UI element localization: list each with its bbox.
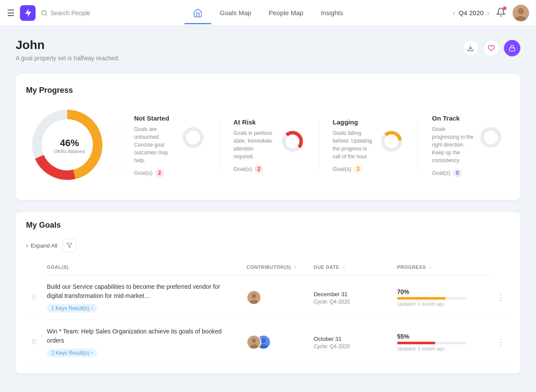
more-button-2[interactable]: ⋮ bbox=[497, 337, 505, 347]
key-results-button-1[interactable]: 1 Keys Result(s) › bbox=[47, 304, 97, 313]
stat-at-risk-header: At Risk bbox=[233, 118, 305, 126]
more-actions-cell-1: ⋮ bbox=[492, 275, 510, 320]
key-results-arrow-1: › bbox=[91, 305, 93, 311]
not-started-title: Not Started bbox=[134, 114, 169, 122]
contributors-cell-2 bbox=[241, 320, 309, 365]
progress-cards: 46% OKRs Attained Not Started Goals are … bbox=[26, 104, 510, 188]
sort-progress-icon[interactable]: ↑ bbox=[429, 265, 432, 270]
progress-bar-1 bbox=[397, 297, 467, 300]
insights-link[interactable]: Insights bbox=[312, 7, 352, 18]
goal-title-2: Win * Team: Help Sales Organization achi… bbox=[47, 327, 236, 345]
progress-updated-1: Updated: 1 month ago bbox=[397, 301, 487, 307]
next-quarter-arrow[interactable]: › bbox=[487, 10, 489, 16]
home-button[interactable] bbox=[184, 7, 211, 20]
donut-label: 46% OKRs Attained bbox=[54, 137, 85, 154]
expand-chevron-icon: › bbox=[26, 242, 28, 249]
goals-map-link[interactable]: Goals Map bbox=[211, 7, 260, 18]
filter-button[interactable] bbox=[62, 238, 76, 252]
contributor-avatar-2a[interactable] bbox=[247, 335, 261, 350]
goals-table: GOAL(S) CONTRIBUTOR(S) ↑ DUE DATE ↑ PROG… bbox=[26, 261, 510, 365]
table-row: ⠿ Win * Team: Help Sales Organization ac… bbox=[26, 320, 510, 365]
key-results-button-2[interactable]: 2 Keys Result(s) › bbox=[47, 349, 97, 357]
drag-icon: ⠿ bbox=[31, 294, 36, 301]
not-started-desc: Goals are untouched. Concise goal outcom… bbox=[134, 125, 176, 164]
on-track-title: On Track bbox=[432, 114, 460, 122]
table-row: ⠿ Build our Service capabilities to beco… bbox=[26, 275, 510, 320]
more-button-1[interactable]: ⋮ bbox=[497, 293, 505, 302]
lock-button[interactable] bbox=[504, 40, 520, 56]
expand-all-label: Expand All bbox=[31, 242, 57, 249]
header-actions bbox=[462, 40, 520, 56]
page-title: John bbox=[16, 38, 120, 52]
sort-contributors-icon[interactable]: ↑ bbox=[294, 265, 297, 270]
stat-on-track: On Track Goals progressing in the right … bbox=[425, 114, 510, 177]
notification-bell[interactable] bbox=[496, 7, 506, 19]
on-track-goals: Goal(s) 0 bbox=[432, 169, 474, 177]
page-info: John A goal properly set is halfway reac… bbox=[16, 38, 120, 62]
lagging-title: Lagging bbox=[333, 118, 358, 126]
donut-chart: 46% OKRs Attained bbox=[26, 104, 113, 188]
at-risk-desc: Goals in perilous state. Immediate atten… bbox=[233, 129, 275, 160]
expand-all-button[interactable]: › Expand All bbox=[26, 242, 57, 249]
lagging-badge: 3 bbox=[354, 165, 362, 173]
contributor-avatar-1[interactable] bbox=[247, 290, 261, 305]
due-cycle-1: Cycle: Q4-2020 bbox=[314, 299, 387, 305]
stat-not-started-header: Not Started bbox=[134, 114, 205, 122]
search-placeholder: Search People bbox=[50, 10, 90, 16]
at-risk-goals: Goal(s) 2 bbox=[233, 165, 275, 173]
more-actions-cell-2: ⋮ bbox=[492, 320, 510, 365]
drag-handle-1[interactable]: ⠿ bbox=[26, 275, 42, 320]
search-bar[interactable]: Search People bbox=[41, 10, 90, 16]
on-track-desc: Goals progressing in the right direction… bbox=[432, 125, 474, 164]
sort-due-date-icon[interactable]: ↑ bbox=[343, 265, 345, 270]
goals-header: › Expand All bbox=[26, 238, 510, 252]
progress-cell-2: 55% Updated: 1 month ago bbox=[392, 320, 492, 365]
menu-icon[interactable]: ☰ bbox=[7, 8, 15, 18]
app-logo[interactable] bbox=[20, 5, 36, 21]
people-map-link[interactable]: People Map bbox=[260, 7, 312, 18]
lagging-desc: Goals falling behind. Updating the progr… bbox=[333, 129, 375, 160]
svg-point-16 bbox=[482, 129, 500, 146]
due-date-1: December 31 bbox=[314, 290, 387, 299]
progress-section: My Progress 46% OKRs Attained bbox=[16, 74, 520, 200]
user-avatar[interactable] bbox=[513, 5, 529, 21]
progress-pct-2: 55% bbox=[397, 333, 487, 340]
stat-not-started: Not Started Goals are untouched. Concise… bbox=[127, 114, 212, 177]
goals-table-header: GOAL(S) CONTRIBUTOR(S) ↑ DUE DATE ↑ PROG… bbox=[26, 261, 510, 275]
stat-lagging: Lagging Goals falling behind. Updating t… bbox=[326, 118, 411, 173]
lagging-goals: Goal(s) 3 bbox=[333, 165, 375, 173]
key-results-label-1: 1 Keys Result(s) bbox=[51, 305, 89, 311]
at-risk-mini-donut bbox=[280, 129, 305, 154]
stat-lagging-header: Lagging bbox=[333, 118, 404, 126]
download-button[interactable] bbox=[462, 40, 479, 56]
favorite-button[interactable] bbox=[483, 40, 500, 56]
drag-icon: ⠿ bbox=[31, 339, 36, 346]
svg-point-11 bbox=[184, 129, 202, 146]
svg-point-1 bbox=[42, 10, 46, 15]
progress-cell-1: 70% Updated: 1 month ago bbox=[392, 275, 492, 320]
svg-rect-7 bbox=[510, 48, 515, 51]
quarter-selector[interactable]: ‹ Q4 2020 › bbox=[453, 9, 489, 16]
divider-2 bbox=[219, 120, 220, 172]
svg-line-2 bbox=[46, 14, 47, 16]
not-started-badge: 2 bbox=[155, 169, 164, 177]
svg-point-4 bbox=[518, 8, 524, 14]
donut-percentage: 46% bbox=[54, 137, 85, 149]
due-date-cell-1: December 31 Cycle: Q4-2020 bbox=[309, 275, 392, 320]
goal-cell-1: Build our Service capabilities to become… bbox=[42, 275, 241, 320]
goal-cell-2: Win * Team: Help Sales Organization achi… bbox=[42, 320, 241, 365]
svg-point-25 bbox=[261, 338, 266, 343]
divider-4 bbox=[418, 120, 418, 172]
due-date-2: October 31 bbox=[314, 335, 387, 344]
prev-quarter-arrow[interactable]: ‹ bbox=[453, 10, 455, 16]
progress-updated-2: Updated: 1 month ago bbox=[397, 346, 487, 351]
page-subtitle: A goal properly set is halfway reached. bbox=[16, 55, 120, 62]
col-header-due-date: DUE DATE ↑ bbox=[309, 261, 392, 275]
drag-handle-2[interactable]: ⠿ bbox=[26, 320, 42, 365]
svg-point-22 bbox=[252, 338, 256, 343]
col-header-progress: PROGRESS ↑ bbox=[392, 261, 492, 275]
divider-1 bbox=[120, 120, 120, 172]
notification-dot bbox=[503, 7, 506, 10]
at-risk-title: At Risk bbox=[233, 118, 256, 126]
goals-section-title: My Goals bbox=[26, 221, 510, 230]
